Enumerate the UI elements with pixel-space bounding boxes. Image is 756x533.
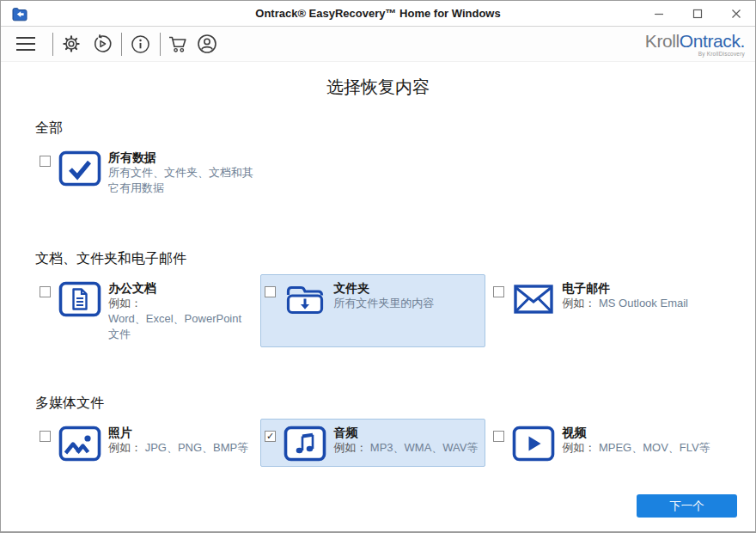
tile-office-documents[interactable]: 办公文档 例如：Word、Excel、PowerPoint文件 bbox=[35, 274, 257, 347]
tile-title: 电子邮件 bbox=[562, 281, 688, 296]
maximize-button[interactable] bbox=[678, 1, 716, 26]
tile-email[interactable]: 电子邮件 例如： MS Outlook Email bbox=[489, 274, 738, 347]
user-account-icon[interactable] bbox=[196, 31, 218, 57]
checkbox-office-documents[interactable] bbox=[40, 286, 51, 297]
section-title-all: 全部 bbox=[35, 119, 738, 138]
close-button[interactable] bbox=[716, 1, 755, 26]
titlebar: Ontrack® EasyRecovery™ Home for Windows bbox=[1, 1, 755, 27]
history-restore-icon[interactable] bbox=[91, 31, 113, 57]
info-icon[interactable] bbox=[129, 31, 151, 57]
tile-desc: Word、Excel、PowerPoint文件 bbox=[108, 312, 241, 340]
logo-kroll-text: Kroll bbox=[645, 31, 680, 51]
document-icon bbox=[58, 281, 101, 317]
tile-desc: 所有文件、文件夹、文档和其它有用数据 bbox=[108, 166, 253, 194]
tile-desc: MPEG、MOV、FLV等 bbox=[599, 441, 710, 454]
checkbox-photos[interactable] bbox=[40, 431, 51, 442]
example-label: 例如： bbox=[333, 441, 367, 454]
page-title: 选择恢复内容 bbox=[35, 76, 721, 99]
toolbar-separator bbox=[121, 33, 122, 56]
tile-title: 视频 bbox=[562, 426, 710, 440]
logo-byline: By KrollDiscovery bbox=[698, 51, 745, 57]
tile-desc: JPG、PNG、BMP等 bbox=[145, 441, 249, 454]
tile-folders[interactable]: 文件夹 所有文件夹里的内容 bbox=[260, 274, 485, 347]
tile-title: 办公文档 bbox=[108, 281, 251, 296]
folder-download-icon bbox=[284, 281, 326, 317]
tile-title: 音频 bbox=[333, 426, 478, 440]
checkbox-all-data[interactable] bbox=[40, 156, 51, 167]
video-play-icon bbox=[512, 426, 555, 462]
tile-row-documents: 办公文档 例如：Word、Excel、PowerPoint文件 文件夹 bbox=[35, 274, 738, 347]
checkbox-audio[interactable] bbox=[265, 431, 276, 442]
tile-photos[interactable]: 照片 例如： JPG、PNG、BMP等 bbox=[35, 419, 257, 467]
tile-row-multimedia: 照片 例如： JPG、PNG、BMP等 音频 bbox=[35, 419, 738, 467]
photo-icon bbox=[58, 426, 101, 462]
menu-hamburger-icon[interactable] bbox=[15, 31, 37, 57]
checkmark-icon bbox=[58, 150, 101, 187]
tile-title: 照片 bbox=[108, 426, 248, 440]
cart-icon[interactable] bbox=[167, 31, 189, 57]
tile-desc: MP3、WMA、WAV等 bbox=[370, 441, 479, 454]
example-label: 例如： bbox=[562, 297, 595, 309]
section-title-multimedia: 多媒体文件 bbox=[35, 395, 738, 413]
example-label: 例如： bbox=[108, 296, 251, 311]
next-button[interactable]: 下一个 bbox=[637, 494, 737, 518]
tile-video[interactable]: 视频 例如： MPEG、MOV、FLV等 bbox=[489, 419, 738, 467]
tile-desc: 所有文件夹里的内容 bbox=[333, 297, 434, 309]
tile-desc: MS Outlook Email bbox=[599, 297, 688, 309]
logo-ontrack-text: Ontrack. bbox=[680, 31, 745, 51]
app-window: Ontrack® EasyRecovery™ Home for Windows bbox=[0, 0, 756, 533]
tile-title: 文件夹 bbox=[333, 281, 434, 296]
toolbar-separator bbox=[52, 33, 53, 56]
checkbox-email[interactable] bbox=[493, 286, 504, 297]
tile-title: 所有数据 bbox=[108, 150, 254, 165]
checkbox-video[interactable] bbox=[493, 431, 504, 442]
kroll-ontrack-logo: KrollOntrack. By KrollDiscovery bbox=[645, 32, 745, 57]
tile-audio[interactable]: 音频 例如： MP3、WMA、WAV等 bbox=[260, 419, 485, 467]
music-note-icon bbox=[284, 426, 326, 462]
window-controls bbox=[639, 1, 755, 26]
example-label: 例如： bbox=[562, 441, 595, 454]
section-title-documents: 文档、文件夹和电子邮件 bbox=[35, 250, 738, 268]
settings-gear-icon[interactable] bbox=[60, 31, 82, 57]
minimize-button[interactable] bbox=[639, 1, 678, 26]
main-content: 选择恢复内容 全部 所有数据 所有文件、文件夹、文档和其它有用数据 文档、文件夹… bbox=[1, 62, 755, 467]
example-label: 例如： bbox=[108, 441, 142, 454]
toolbar: KrollOntrack. By KrollDiscovery bbox=[1, 27, 755, 62]
envelope-icon bbox=[512, 281, 555, 317]
toolbar-separator bbox=[160, 33, 161, 56]
tile-row-all: 所有数据 所有文件、文件夹、文档和其它有用数据 bbox=[35, 144, 738, 201]
tile-all-data[interactable]: 所有数据 所有文件、文件夹、文档和其它有用数据 bbox=[35, 144, 260, 201]
app-folder-back-icon bbox=[12, 6, 27, 21]
checkbox-folders[interactable] bbox=[265, 286, 276, 297]
